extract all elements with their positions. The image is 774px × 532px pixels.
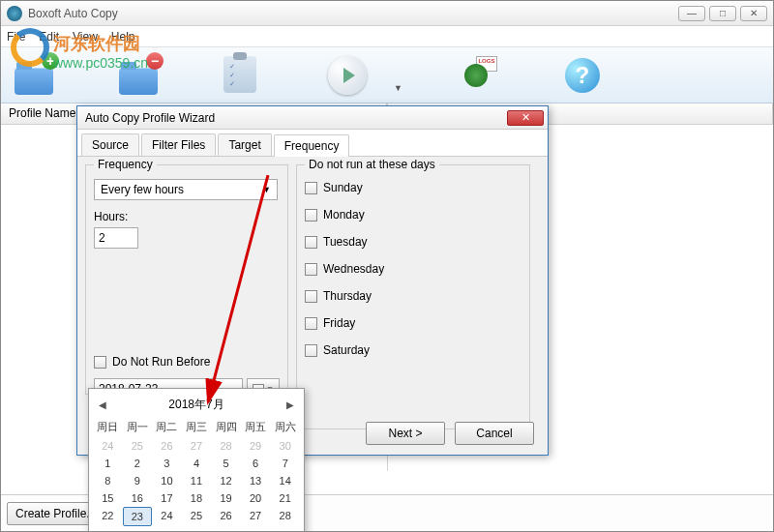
do-not-run-before-checkbox[interactable] xyxy=(94,356,106,369)
wednesday-label: Wednesday xyxy=(323,262,384,276)
saturday-checkbox[interactable] xyxy=(305,344,317,357)
dialog-title: Auto Copy Profile Wizard xyxy=(81,111,507,125)
frequency-combo[interactable]: Every few hours ▼ xyxy=(94,179,278,200)
calendar-dow: 周日 xyxy=(93,417,123,437)
calendar-day[interactable]: 18 xyxy=(182,489,212,507)
calendar-day[interactable]: 29 xyxy=(93,526,123,532)
tab-target[interactable]: Target xyxy=(218,133,271,156)
exclude-days-label: Do not run at these days xyxy=(305,158,439,171)
tuesday-checkbox[interactable] xyxy=(305,236,317,249)
run-button[interactable] xyxy=(328,56,374,95)
run-dropdown-arrow-icon[interactable]: ▼ xyxy=(394,83,402,103)
calendar-day[interactable]: 4 xyxy=(182,455,212,472)
calendar-day[interactable]: 17 xyxy=(152,489,182,507)
calendar-dow: 周二 xyxy=(152,417,182,437)
calendar-prev-button[interactable]: ◀ xyxy=(99,399,106,410)
frequency-combo-value: Every few hours xyxy=(101,183,184,196)
close-button[interactable]: ✕ xyxy=(740,6,767,21)
clipboard-icon xyxy=(223,56,256,93)
tuesday-label: Tuesday xyxy=(323,235,368,249)
calendar-day[interactable]: 25 xyxy=(182,507,212,526)
dialog-titlebar: Auto Copy Profile Wizard ✕ xyxy=(77,106,548,130)
calendar-day[interactable]: 21 xyxy=(270,489,300,507)
calendar-day[interactable]: 25 xyxy=(123,437,153,455)
cancel-button[interactable]: Cancel xyxy=(455,422,534,445)
hours-label: Hours: xyxy=(94,210,280,223)
calendar-day[interactable]: 12 xyxy=(211,472,241,489)
calendar-day[interactable]: 1 xyxy=(182,526,212,532)
calendar-day[interactable]: 14 xyxy=(270,472,300,489)
calendar-day[interactable]: 3 xyxy=(241,526,271,532)
calendar-day[interactable]: 11 xyxy=(182,472,212,489)
calendar-day[interactable]: 28 xyxy=(270,507,300,526)
calendar-dow: 周一 xyxy=(123,417,153,437)
calendar-day[interactable]: 28 xyxy=(211,437,241,455)
calendar-day[interactable]: 16 xyxy=(123,489,153,507)
sunday-checkbox[interactable] xyxy=(305,182,317,194)
calendar-day[interactable]: 23 xyxy=(123,507,153,526)
friday-checkbox[interactable] xyxy=(305,317,317,330)
calendar-day[interactable]: 24 xyxy=(93,437,123,455)
frequency-group-label: Frequency xyxy=(94,158,157,171)
calendar-day[interactable]: 6 xyxy=(241,455,271,472)
calendar-day[interactable]: 7 xyxy=(270,455,300,472)
calendar-day[interactable]: 30 xyxy=(270,437,300,455)
calendar-day[interactable]: 8 xyxy=(93,472,123,489)
calendar-day[interactable]: 27 xyxy=(241,507,271,526)
exclude-days-group: Do not run at these days Sunday Monday T… xyxy=(296,164,530,429)
globe-icon xyxy=(464,64,488,87)
titlebar: Boxoft Auto Copy — □ ✕ xyxy=(1,1,773,26)
calendar-day[interactable]: 26 xyxy=(152,437,182,455)
play-icon xyxy=(328,56,367,95)
calendar-day[interactable]: 29 xyxy=(241,437,271,455)
calendar-day[interactable]: 1 xyxy=(93,455,123,472)
calendar-day[interactable]: 13 xyxy=(241,472,271,489)
calendar-day[interactable]: 19 xyxy=(211,489,241,507)
minimize-button[interactable]: — xyxy=(678,6,705,21)
calendar-day[interactable]: 4 xyxy=(270,526,300,532)
calendar-dow: 周三 xyxy=(182,417,212,437)
calendar-day[interactable]: 22 xyxy=(93,507,123,526)
maximize-button[interactable]: □ xyxy=(709,6,736,21)
calendar-next-button[interactable]: ▶ xyxy=(286,399,294,410)
folder-icon xyxy=(119,68,158,95)
calendar-month-label[interactable]: 2018年7月 xyxy=(168,397,223,413)
tab-filter-files[interactable]: Filter Files xyxy=(141,133,216,156)
calendar-dow: 周四 xyxy=(211,417,241,437)
dialog-close-button[interactable]: ✕ xyxy=(507,110,544,126)
saturday-label: Saturday xyxy=(323,343,370,357)
thursday-label: Thursday xyxy=(323,289,372,303)
calendar-day[interactable]: 27 xyxy=(182,437,212,455)
calendar-day[interactable]: 26 xyxy=(211,507,241,526)
checklist-button[interactable] xyxy=(223,56,270,95)
tab-frequency[interactable]: Frequency xyxy=(274,134,350,157)
help-button[interactable]: ? xyxy=(565,58,600,93)
next-button[interactable]: Next > xyxy=(366,422,445,445)
chevron-down-icon: ▼ xyxy=(262,185,271,194)
watermark-logo-icon xyxy=(7,24,53,71)
do-not-run-before-label: Do Not Run Before xyxy=(112,355,210,369)
app-icon xyxy=(7,6,22,21)
hours-input[interactable] xyxy=(94,227,138,249)
dialog-tabs: Source Filter Files Target Frequency xyxy=(77,130,548,157)
monday-checkbox[interactable] xyxy=(305,209,317,222)
calendar-day[interactable]: 15 xyxy=(93,489,123,507)
wednesday-checkbox[interactable] xyxy=(305,263,317,276)
calendar-day[interactable]: 31 xyxy=(152,526,182,532)
calendar-day[interactable]: 20 xyxy=(241,489,271,507)
calendar-day[interactable]: 2 xyxy=(123,455,153,472)
calendar-day[interactable]: 24 xyxy=(152,507,182,526)
calendar-day[interactable]: 3 xyxy=(152,455,182,472)
calendar-day[interactable]: 5 xyxy=(211,455,241,472)
calendar-day[interactable]: 30 xyxy=(123,526,153,532)
frequency-group: Frequency Every few hours ▼ Hours: Do No… xyxy=(85,164,288,395)
calendar-day[interactable]: 2 xyxy=(211,526,241,532)
tab-source[interactable]: Source xyxy=(81,133,139,156)
minus-icon: − xyxy=(146,52,164,70)
logs-button[interactable]: LOGS xyxy=(461,56,507,95)
window-title: Boxoft Auto Copy xyxy=(28,7,678,20)
calendar-day[interactable]: 10 xyxy=(152,472,182,489)
calendar-dow: 周五 xyxy=(241,417,271,437)
thursday-checkbox[interactable] xyxy=(305,290,317,303)
calendar-day[interactable]: 9 xyxy=(123,472,153,489)
